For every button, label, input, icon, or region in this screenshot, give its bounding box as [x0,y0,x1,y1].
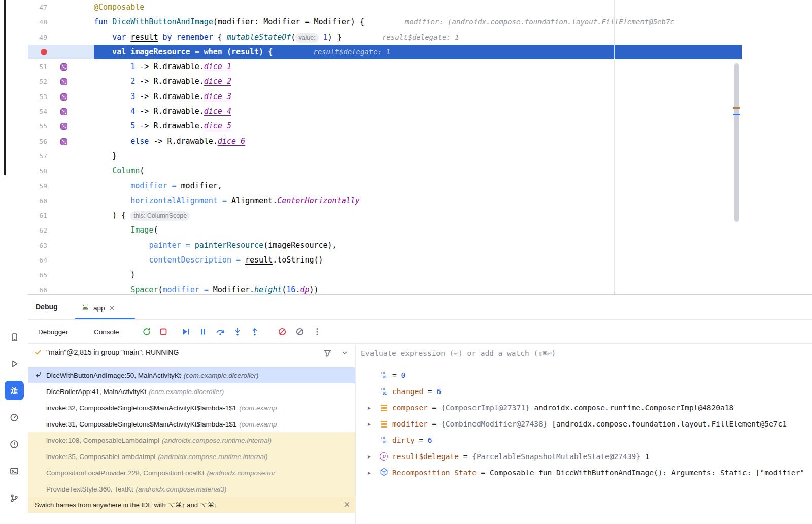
code-text[interactable]: 5 -> R.drawable.dice_5 [94,119,742,134]
stack-frame-row[interactable]: invoke:35, ComposableLambdaImpl(androidx… [28,448,355,465]
line-number-gutter[interactable]: 51 [28,59,50,74]
code-text[interactable]: ) { this: ColumnScope [94,208,742,223]
line-number-gutter[interactable]: 54 [28,104,50,119]
step-into-button[interactable] [232,326,243,337]
terminal-icon[interactable] [5,462,24,481]
code-text[interactable]: ) [94,268,742,282]
code-line[interactable]: 57 } [28,149,742,163]
line-number-gutter[interactable]: 49 [28,30,50,45]
tab-console[interactable]: Console [94,320,119,344]
line-number-gutter[interactable]: 56 [28,134,50,149]
warning-stripe-mark[interactable] [733,107,740,109]
line-number-gutter[interactable]: 59 [28,179,50,193]
tool-window-stripe[interactable] [4,0,6,175]
stack-frame-row[interactable]: invoke:31, ComposableSingletons$MainActi… [28,416,355,432]
code-text[interactable]: @Composable [94,0,742,15]
stack-frame-row[interactable]: CompositionLocalProvider:228, Compositio… [28,465,355,481]
stack-frame-row[interactable]: DiceWithButtonAndImage:50, MainActivityK… [28,367,355,383]
code-line[interactable]: 64 contentDescription = result.toString(… [28,253,742,268]
stack-frame-row[interactable]: ProvideTextStyle:360, TextKt(androidx.co… [28,481,355,497]
line-number-gutter[interactable]: 47 [28,0,50,15]
code-line[interactable]: 62 Image( [28,223,742,238]
stack-frame-row[interactable]: invoke:108, ComposableLambdaImpl(android… [28,432,355,448]
line-number-gutter[interactable]: 66 [28,283,50,294]
code-text[interactable]: else -> R.drawable.dice_6 [94,134,742,149]
run-icon[interactable] [5,354,24,373]
debug-icon[interactable] [5,381,24,400]
code-text[interactable]: var result by remember { mutableStateOf(… [94,30,742,45]
thread-status-bar[interactable]: "main"@2,815 in group "main": RUNNING [28,344,355,362]
code-line[interactable]: 47@Composable [28,0,742,15]
filter-icon[interactable] [321,347,333,359]
editor-scrollbar[interactable] [731,0,741,294]
code-text[interactable]: Spacer(modifier = Modifier.height(16.dp)… [94,283,742,294]
step-out-button[interactable] [249,326,260,337]
line-number-gutter[interactable]: 65 [28,268,50,282]
code-line[interactable]: 66 Spacer(modifier = Modifier.height(16.… [28,283,742,294]
line-number-gutter[interactable]: 63 [28,238,50,253]
expand-chevron-icon[interactable]: ▸ [368,404,371,411]
problems-icon[interactable] [5,435,24,454]
stack-frame-row[interactable]: DiceRollerApp:41, MainActivityKt(com.exa… [28,383,355,400]
expand-chevron-icon[interactable]: ▸ [368,469,371,476]
code-text[interactable]: horizontalAlignment = Alignment.CenterHo… [94,193,742,208]
variable-row[interactable]: ▸presult$delegate = {ParcelableSnapshotM… [356,448,812,465]
code-text[interactable]: } [94,149,742,163]
code-text[interactable]: Image( [94,223,742,238]
line-number-gutter[interactable] [28,45,50,59]
code-text[interactable]: painter = painterResource(imageResource)… [94,238,742,253]
variable-row[interactable]: 1001dirty = 6 [356,432,812,448]
code-line[interactable]: 48fun DiceWithButtonAndImage(modifier: M… [28,15,742,29]
code-line[interactable]: 59 modifier = modifier, [28,179,742,193]
profiler-icon[interactable] [5,408,24,427]
close-icon[interactable] [344,501,350,509]
rerun-button[interactable] [141,326,152,337]
close-icon[interactable] [109,305,115,311]
more-options-button[interactable] [312,326,323,337]
line-number-gutter[interactable]: 57 [28,149,50,163]
code-line[interactable]: 58 Column( [28,163,742,178]
code-line[interactable]: 65 ) [28,268,742,282]
breakpoint-icon[interactable] [41,49,47,55]
scrollbar-thumb[interactable] [734,63,739,222]
code-line[interactable]: 52 2 -> R.drawable.dice_2 [28,74,742,89]
expand-chevron-icon[interactable]: ▸ [368,453,371,460]
line-number-gutter[interactable]: 62 [28,223,50,238]
info-stripe-mark[interactable] [733,114,740,115]
chevron-down-icon[interactable] [339,347,351,359]
variable-row[interactable]: ▸composer = {ComposerImpl@27371} android… [356,400,812,416]
variable-row[interactable]: 1001= 0 [356,367,812,383]
expand-chevron-icon[interactable]: ▸ [368,420,371,428]
code-editor[interactable]: 47@Composable48fun DiceWithButtonAndImag… [28,0,742,294]
running-devices-icon[interactable] [5,328,24,347]
line-number-gutter[interactable]: 58 [28,163,50,178]
code-text[interactable]: fun DiceWithButtonAndImage(modifier: Mod… [94,15,742,29]
code-line[interactable]: 55 5 -> R.drawable.dice_5 [28,119,742,134]
line-number-gutter[interactable]: 52 [28,74,50,89]
mute-breakpoints-button[interactable] [294,326,306,337]
session-tab-app[interactable]: app [75,299,135,317]
code-line[interactable]: 51 1 -> R.drawable.dice_1 [28,59,742,74]
version-control-icon[interactable] [5,488,24,508]
view-breakpoints-button[interactable] [277,326,288,337]
code-text[interactable]: 3 -> R.drawable.dice_3 [94,89,742,104]
code-text[interactable]: val imageResource = when (result) {resul… [94,45,742,59]
code-line[interactable]: 60 horizontalAlignment = Alignment.Cente… [28,193,742,208]
tab-debugger[interactable]: Debugger [38,320,68,344]
code-line[interactable]: 61 ) { this: ColumnScope [28,208,742,223]
line-number-gutter[interactable]: 48 [28,15,50,29]
line-number-gutter[interactable]: 55 [28,119,50,134]
step-over-button[interactable] [215,326,226,337]
code-line[interactable]: val imageResource = when (result) {resul… [28,45,742,59]
code-text[interactable]: modifier = modifier, [94,179,742,193]
evaluate-expression-input[interactable]: Evaluate expression (⏎) or add a watch (… [356,344,812,362]
code-line[interactable]: 49 var result by remember { mutableState… [28,30,742,45]
variable-row[interactable]: ▸Recomposition State = Composable fun Di… [356,465,812,481]
stack-frame-row[interactable]: invoke:32, ComposableSingletons$MainActi… [28,400,355,416]
code-line[interactable]: 63 painter = painterResource(imageResour… [28,238,742,253]
variable-row[interactable]: ▸modifier = {CombinedModifier@27438} [an… [356,416,812,432]
code-text[interactable]: Column( [94,163,742,178]
code-line[interactable]: 56 else -> R.drawable.dice_6 [28,134,742,149]
line-number-gutter[interactable]: 61 [28,208,50,223]
code-text[interactable]: 2 -> R.drawable.dice_2 [94,74,742,89]
